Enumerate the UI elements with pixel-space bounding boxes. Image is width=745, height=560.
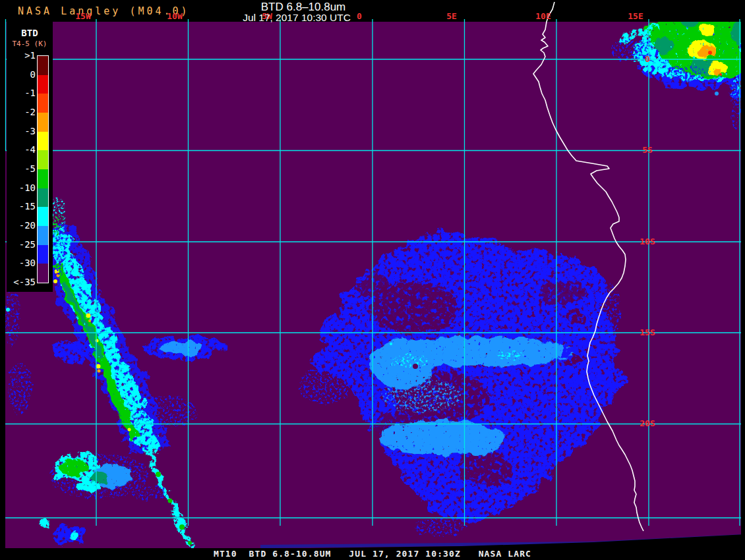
colorbar-swatch (38, 75, 48, 94)
lon-label-10e: 10E (530, 11, 556, 21)
image-datetime: Jul 17, 2017 10:30 UTC (218, 12, 376, 24)
colorbar-tick: -30 (9, 258, 36, 268)
map-data-layer (4, 16, 745, 548)
satellite-btd-viewer: NASA Langley (M04.0) BTD 6.8–10.8um Jul … (0, 0, 745, 560)
lon-label-10w: 10W (162, 11, 188, 21)
footer-caption: MT10 BTD 6.8-10.8UM JUL 17, 2017 10:30Z … (0, 549, 745, 559)
colorbar-title: BTD (7, 28, 53, 38)
colorbar-swatch (38, 188, 48, 208)
lat-label-10s: 10S (633, 237, 662, 246)
colorbar-legend: BTD T4-5 (K) >1 0 -1 -2 -3 -4 -5 -10 -15… (7, 22, 53, 292)
colorbar-tick: -5 (9, 163, 36, 174)
lat-label-5s: 5S (633, 145, 662, 155)
lat-label-0: 0 (633, 54, 662, 64)
colorbar-tick: -15 (9, 201, 36, 211)
colorbar-tick: 0 (9, 69, 36, 80)
colorbar-tick: >1 (9, 50, 36, 61)
colorbar-swatch (38, 169, 48, 188)
lon-label-5e: 5E (438, 11, 465, 21)
btd-map (0, 0, 745, 560)
colorbar-tick: -3 (9, 126, 36, 136)
colorbar-swatch (38, 207, 48, 226)
colorbar-swatch (38, 56, 48, 75)
colorbar-swatch (38, 226, 48, 245)
colorbar-swatch (38, 245, 48, 264)
colorbar-swatch (38, 94, 48, 113)
colorbar-tick: -4 (9, 144, 36, 155)
colorbar-swatches (37, 55, 49, 283)
lon-label-15e: 15E (622, 11, 649, 21)
colorbar-tick: -10 (9, 182, 36, 193)
colorbar-units: T4-5 (K) (7, 40, 53, 48)
colorbar-tick: -1 (9, 88, 36, 98)
lon-label-15w: 15W (70, 11, 96, 21)
colorbar-swatch (38, 132, 48, 151)
colorbar-tick: <-35 (9, 277, 36, 287)
colorbar-tick: -2 (9, 107, 36, 117)
colorbar-tick: -25 (9, 239, 36, 250)
colorbar-tick: -20 (9, 220, 36, 231)
colorbar-swatch (38, 113, 48, 132)
lat-label-15s: 15S (633, 327, 662, 337)
colorbar-swatch (38, 150, 48, 169)
colorbar-swatch (38, 264, 48, 283)
lat-label-20s: 20S (633, 418, 662, 428)
